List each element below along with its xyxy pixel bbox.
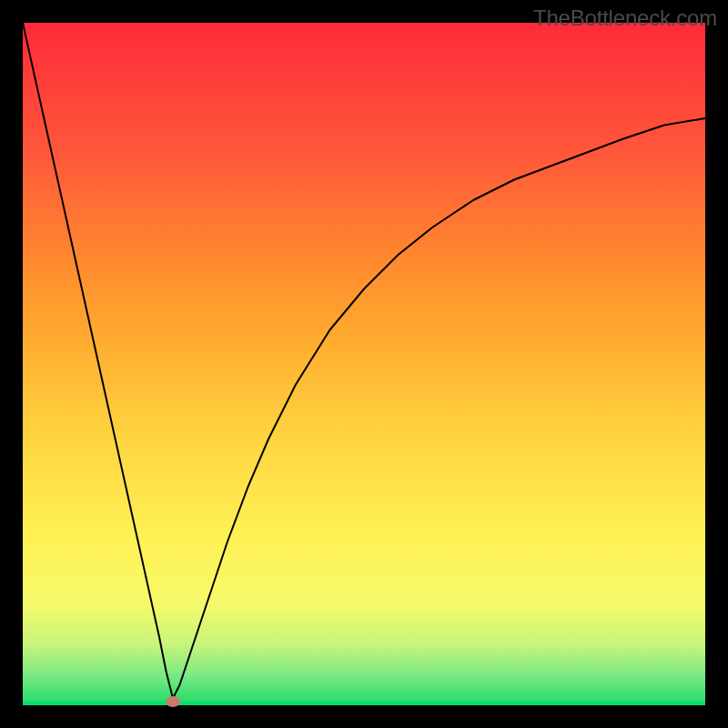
curve-svg [23, 23, 705, 705]
curve-path [23, 23, 705, 699]
watermark-text: TheBottleneck.com [533, 5, 717, 31]
focal-marker [166, 696, 180, 707]
chart-frame [23, 23, 705, 709]
chart-plot-area [23, 23, 705, 705]
